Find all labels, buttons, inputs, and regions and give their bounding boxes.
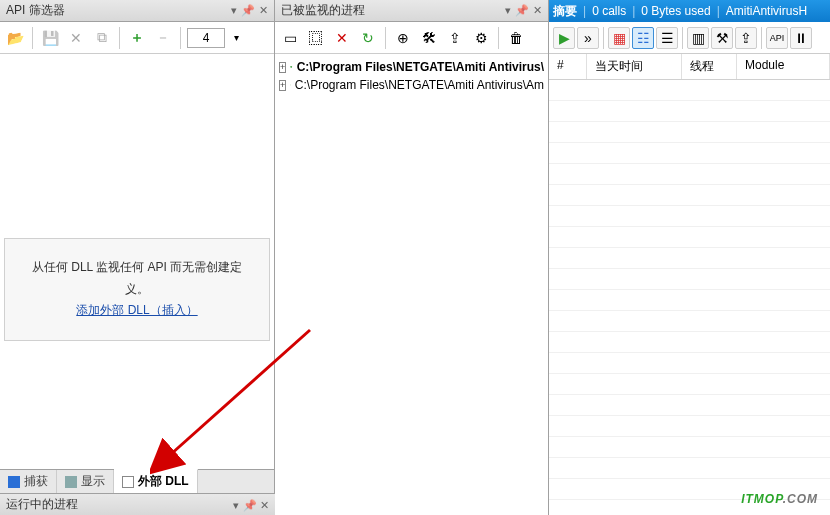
level-dropdown[interactable]: ▾	[229, 27, 243, 49]
proc2-button[interactable]: ⿴	[305, 27, 327, 49]
watermark: ITMOP.COM	[741, 483, 818, 509]
level-input[interactable]	[187, 28, 225, 48]
tree-label-1: C:\Program Files\NETGATE\Amiti Antivirus…	[295, 78, 544, 92]
tree-row-0[interactable]: + C:\Program Files\NETGATE\Amiti Antivir…	[277, 58, 546, 76]
grid-view-button[interactable]: ▦	[608, 27, 630, 49]
shield-icon	[290, 78, 291, 92]
left-panel-title-text: API 筛选器	[6, 2, 65, 19]
display-icon	[65, 476, 77, 488]
left-panel-title: API 筛选器 ▾ 📌 ✕	[0, 0, 274, 22]
close-proc-button[interactable]: ✕	[331, 27, 353, 49]
procname-label: AmitiAntivirusH	[726, 4, 807, 18]
save-button[interactable]: 💾	[39, 27, 61, 49]
export-button[interactable]: ⇪	[444, 27, 466, 49]
tab-capture[interactable]: 捕获	[0, 470, 57, 493]
tree-label-0: C:\Program Files\NETGATE\Amiti Antivirus…	[297, 60, 544, 74]
tools-button[interactable]: 🛠	[418, 27, 440, 49]
mid-toolbar: ▭ ⿴ ✕ ↻ ⊕ 🛠 ⇪ ⚙ 🗑	[275, 22, 548, 54]
add-external-dll-link[interactable]: 添加外部 DLL（插入）	[15, 300, 259, 322]
tab-display[interactable]: 显示	[57, 470, 114, 493]
mid-panel-title-text: 已被监视的进程	[281, 2, 365, 19]
dropdown-icon[interactable]: ▾	[233, 499, 239, 511]
remove-button[interactable]: －	[152, 27, 174, 49]
tree-view-button[interactable]: ☷	[632, 27, 654, 49]
bottom-bar: 运行中的进程 ▾ 📌 ✕	[0, 493, 275, 515]
close-icon[interactable]: ✕	[533, 4, 542, 17]
add-button[interactable]: ＋	[126, 27, 148, 49]
hint-box: 从任何 DLL 监视任何 API 而无需创建定 义。 添加外部 DLL（插入）	[4, 238, 270, 341]
play-button[interactable]: ▶	[553, 27, 575, 49]
trash-button[interactable]: 🗑	[505, 27, 527, 49]
left-tabs: 捕获 显示 外部 DLL	[0, 469, 274, 493]
pin-icon[interactable]: 📌	[515, 4, 529, 17]
dropdown-icon[interactable]: ▾	[505, 4, 511, 17]
right-toolbar: ▶ » ▦ ☷ ☰ ▥ ⚒ ⇪ API ⏸	[549, 22, 830, 54]
col-button[interactable]: ▥	[687, 27, 709, 49]
shield-icon	[290, 60, 292, 74]
col-thread[interactable]: 线程	[682, 54, 737, 79]
summary-label[interactable]: 摘要	[553, 3, 577, 20]
col-index[interactable]: #	[549, 54, 587, 79]
expander-icon[interactable]: +	[279, 62, 286, 73]
external-icon	[122, 476, 134, 488]
grid-body	[549, 80, 830, 515]
cfg-button[interactable]: ⚒	[711, 27, 733, 49]
export2-button[interactable]: ⇪	[735, 27, 757, 49]
close-icon[interactable]: ✕	[259, 4, 268, 17]
tab-external-dll[interactable]: 外部 DLL	[114, 469, 198, 493]
bytes-label: 0 Bytes used	[641, 4, 710, 18]
bottom-title: 运行中的进程	[6, 496, 78, 513]
close-icon[interactable]: ✕	[260, 499, 269, 511]
hint-text-1: 从任何 DLL 监视任何 API 而无需创建定	[15, 257, 259, 279]
list-view-button[interactable]: ☰	[656, 27, 678, 49]
next-button[interactable]: »	[577, 27, 599, 49]
pin-icon[interactable]: 📌	[241, 4, 255, 17]
dropdown-icon[interactable]: ▾	[231, 4, 237, 17]
mid-panel-title: 已被监视的进程 ▾ 📌 ✕	[275, 0, 548, 22]
col-time[interactable]: 当天时间	[587, 54, 682, 79]
capture-icon	[8, 476, 20, 488]
hint-text-2: 义。	[15, 279, 259, 301]
target-button[interactable]: ⊕	[392, 27, 414, 49]
tree-row-1[interactable]: + C:\Program Files\NETGATE\Amiti Antivir…	[277, 76, 546, 94]
proc1-button[interactable]: ▭	[279, 27, 301, 49]
refresh-button[interactable]: ↻	[357, 27, 379, 49]
copy-button[interactable]: ⧉	[91, 27, 113, 49]
delete-button[interactable]: ✕	[65, 27, 87, 49]
expander-icon[interactable]: +	[279, 80, 286, 91]
open-button[interactable]: 📂	[4, 27, 26, 49]
left-toolbar: 📂 💾 ✕ ⧉ ＋ － ▾	[0, 22, 274, 54]
col-module[interactable]: Module	[737, 54, 830, 79]
right-panel-title: 摘要 | 0 calls | 0 Bytes used | AmitiAntiv…	[549, 0, 830, 22]
pause-button[interactable]: ⏸	[790, 27, 812, 49]
grid-header: # 当天时间 线程 Module	[549, 54, 830, 80]
process-tree: + C:\Program Files\NETGATE\Amiti Antivir…	[275, 54, 548, 515]
calls-label: 0 calls	[592, 4, 626, 18]
pin-icon[interactable]: 📌	[243, 499, 257, 511]
api-button[interactable]: API	[766, 27, 788, 49]
gear-button[interactable]: ⚙	[470, 27, 492, 49]
